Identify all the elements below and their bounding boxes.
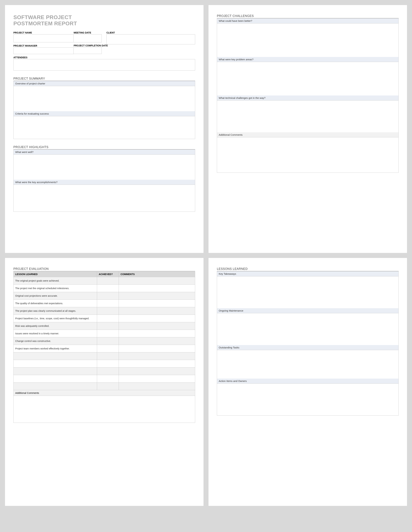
eval-achieved-cell[interactable] [97, 368, 119, 375]
table-row: The project met the original scheduled m… [14, 285, 195, 292]
eval-comments-cell[interactable] [119, 352, 195, 360]
eval-comments-cell[interactable] [119, 330, 195, 337]
eval-achieved-cell[interactable] [97, 375, 119, 383]
table-row: Risk was adequately controlled. [14, 322, 195, 330]
meeting-date-field[interactable] [74, 34, 102, 42]
project-completion-date-label: PROJECT COMPLETION DATE [74, 44, 102, 47]
eval-col-achieved: ACHIEVED? [97, 272, 119, 277]
eval-lesson-cell: Risk was adequately controlled. [14, 322, 97, 330]
project-name-field[interactable] [13, 34, 74, 42]
highlight-item-0-body[interactable] [14, 155, 195, 180]
highlight-item-1-body[interactable] [14, 185, 195, 212]
project-manager-label: PROJECT MANAGER [13, 44, 74, 47]
highlight-item-0-label: What went well? [14, 150, 195, 155]
eval-achieved-cell[interactable] [97, 300, 119, 307]
eval-additional-comments-label: Additional Comments [14, 390, 195, 396]
challenge-item-2-body[interactable] [217, 101, 398, 132]
table-row: Project baselines (i.e., time, scope, co… [14, 315, 195, 322]
eval-comments-cell[interactable] [119, 383, 195, 390]
client-label: CLIENT [106, 31, 195, 34]
lesson-item-1-body[interactable] [217, 313, 398, 345]
eval-comments-cell[interactable] [119, 375, 195, 383]
client-field[interactable] [106, 34, 195, 44]
eval-col-comments: COMMENTS [119, 272, 195, 277]
eval-lesson-cell: Issues were resolved in a timely manner. [14, 330, 97, 337]
eval-comments-cell[interactable] [119, 322, 195, 330]
summary-item-0-label: Overview of project charter [14, 81, 195, 86]
table-row: Change control was constructive. [14, 337, 195, 345]
eval-additional-comments-body[interactable] [14, 396, 195, 423]
eval-achieved-cell[interactable] [97, 292, 119, 300]
document-title: SOFTWARE PROJECT POSTMORTEM REPORT [13, 14, 195, 27]
table-row: Original cost projections were accurate. [14, 292, 195, 300]
lesson-item-3-body[interactable] [217, 384, 398, 415]
challenge-item-3-body[interactable] [217, 137, 398, 172]
project-manager-field[interactable] [13, 48, 74, 54]
eval-achieved-cell[interactable] [97, 345, 119, 352]
table-row: The project plan was clearly communicate… [14, 307, 195, 315]
eval-achieved-cell[interactable] [97, 337, 119, 345]
eval-comments-cell[interactable] [119, 277, 195, 285]
eval-achieved-cell[interactable] [97, 307, 119, 315]
table-row [14, 360, 195, 368]
eval-lesson-cell: Project baselines (i.e., time, scope, co… [14, 315, 97, 322]
eval-lesson-cell [14, 368, 97, 375]
challenge-item-1-body[interactable] [217, 62, 398, 95]
summary-item-1-label: Criteria for evaluating success [14, 111, 195, 116]
eval-achieved-cell[interactable] [97, 315, 119, 322]
eval-col-lesson: LESSON LEARNED [14, 272, 97, 277]
meeting-date-label: MEETING DATE [74, 31, 102, 34]
summary-item-1-body[interactable] [14, 116, 195, 139]
eval-lesson-cell: Project team members worked effectively … [14, 345, 97, 352]
project-evaluation-heading: PROJECT EVALUATION [13, 267, 195, 271]
eval-comments-cell[interactable] [119, 360, 195, 368]
lesson-item-3-label: Action Items and Owners [217, 379, 398, 384]
eval-comments-cell[interactable] [119, 337, 195, 345]
eval-lesson-cell: The project plan was clearly communicate… [14, 307, 97, 315]
eval-lesson-cell [14, 375, 97, 383]
attendees-field[interactable] [13, 59, 195, 71]
eval-comments-cell[interactable] [119, 368, 195, 375]
eval-comments-cell[interactable] [119, 300, 195, 307]
lesson-item-0-body[interactable] [217, 276, 398, 308]
eval-comments-cell[interactable] [119, 345, 195, 352]
challenge-item-3-label: Additional Comments [217, 132, 398, 137]
challenge-item-0-label: What could have been better? [217, 19, 398, 23]
eval-achieved-cell[interactable] [97, 285, 119, 292]
eval-achieved-cell[interactable] [97, 277, 119, 285]
project-name-label: PROJECT NAME [13, 31, 74, 34]
eval-lesson-cell: Original cost projections were accurate. [14, 292, 97, 300]
table-row [14, 383, 195, 390]
table-row: Issues were resolved in a timely manner. [14, 330, 195, 337]
eval-lesson-cell: The project met the original scheduled m… [14, 285, 97, 292]
eval-achieved-cell[interactable] [97, 352, 119, 360]
table-row [14, 352, 195, 360]
eval-lesson-cell [14, 352, 97, 360]
title-line-1: SOFTWARE PROJECT [13, 14, 72, 20]
lesson-item-2-label: Outstanding Tasks [217, 345, 398, 350]
eval-lesson-cell [14, 360, 97, 368]
challenge-item-1-label: What were key problem areas? [217, 57, 398, 62]
eval-achieved-cell[interactable] [97, 360, 119, 368]
evaluation-table: LESSON LEARNED ACHIEVED? COMMENTS The or… [13, 271, 195, 390]
challenge-item-0-body[interactable] [217, 23, 398, 57]
eval-achieved-cell[interactable] [97, 383, 119, 390]
eval-achieved-cell[interactable] [97, 322, 119, 330]
challenge-item-2-label: What technical challenges got in the way… [217, 95, 398, 101]
eval-achieved-cell[interactable] [97, 330, 119, 337]
eval-comments-cell[interactable] [119, 307, 195, 315]
attendees-label: ATTENDEES [13, 56, 195, 59]
table-row [14, 368, 195, 375]
highlight-item-1-label: What were the key accomplishments? [14, 180, 195, 185]
page-4: LESSONS LEARNED Key Takeaways Ongoing Ma… [209, 258, 407, 506]
page-2: PROJECT CHALLENGES What could have been … [209, 5, 407, 253]
summary-item-0-body[interactable] [14, 86, 195, 111]
eval-comments-cell[interactable] [119, 285, 195, 292]
lesson-item-2-body[interactable] [217, 350, 398, 379]
project-completion-date-field[interactable] [74, 47, 102, 54]
lessons-learned-heading: LESSONS LEARNED [217, 267, 399, 271]
eval-lesson-cell: Change control was constructive. [14, 337, 97, 345]
table-row: The original project goals were achieved… [14, 277, 195, 285]
eval-comments-cell[interactable] [119, 315, 195, 322]
eval-comments-cell[interactable] [119, 292, 195, 300]
